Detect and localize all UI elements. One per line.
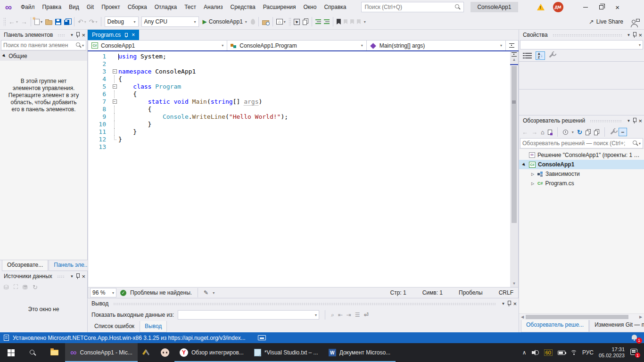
pending-changes-filter-icon[interactable] [563, 130, 568, 135]
bottom-tab-error-list[interactable]: Список ошибок [90, 321, 139, 332]
toolbox-group-general[interactable]: ▶ Общие [0, 50, 87, 61]
back-icon[interactable]: ← [522, 129, 528, 136]
taskbar-button-isaac[interactable] [156, 343, 174, 362]
menu-Средства[interactable]: Средства [227, 0, 259, 14]
line-ending-indicator[interactable]: CRLF [499, 289, 513, 296]
properties-wrench-icon[interactable] [549, 53, 554, 58]
bottom-tab-output[interactable]: Вывод [140, 321, 167, 332]
properties-header[interactable]: Свойства ▼ × [519, 30, 644, 40]
configuration-select[interactable]: Debug▾ [105, 16, 139, 27]
code-line[interactable]: 11 } [88, 128, 510, 136]
collapse-box-icon[interactable]: − [113, 99, 117, 104]
action-center-button[interactable]: 1 [630, 348, 639, 357]
toolbox-search-input[interactable] [3, 42, 76, 49]
window-menu-icon[interactable]: ▼ [70, 33, 74, 37]
scrollbar-thumb[interactable] [512, 66, 517, 223]
quick-search-box[interactable] [361, 2, 464, 12]
chevron-expanded-icon[interactable]: ▶ [521, 161, 527, 167]
editor-vertical-scrollbar[interactable]: ▲ ▼ [510, 51, 518, 287]
undo-button[interactable]: ↶▾ [76, 16, 88, 27]
window-menu-icon[interactable]: ▼ [501, 302, 505, 306]
hot-reload-button[interactable] [249, 16, 256, 27]
window-menu-icon[interactable]: ▼ [70, 274, 74, 279]
feedback-icon[interactable] [632, 20, 636, 24]
health-status-text[interactable]: Проблемы не найдены. [130, 289, 192, 296]
output-source-select[interactable]: ▾ [178, 310, 319, 320]
solution-search-box[interactable]: ▾ [520, 138, 643, 148]
code-editor[interactable]: 1using System;23−namespace ConsoleApp14{… [88, 51, 510, 287]
scroll-down-icon[interactable]: ▼ [512, 281, 516, 287]
right-tab-git-changes[interactable]: Изменения Git — п... [589, 320, 644, 332]
dependencies-row[interactable]: ▷Зависимости [519, 169, 644, 179]
next-message-icon[interactable]: ⇥ [347, 312, 351, 318]
right-tab-solution-explorer[interactable]: Обозреватель реше... [521, 320, 589, 332]
menu-Вид[interactable]: Вид [65, 0, 83, 14]
outline-margin[interactable] [111, 128, 118, 136]
nav-type-select[interactable]: ConsoleApp1.Program▾ [227, 41, 366, 50]
zoom-select[interactable]: 96 % ▾ [90, 288, 116, 297]
solution-search-input[interactable] [522, 140, 633, 147]
menu-Анализ[interactable]: Анализ [200, 0, 227, 14]
refresh-icon[interactable]: ↻ [577, 129, 582, 136]
add-data-source-icon[interactable]: ⛁ [4, 284, 9, 291]
edit-pen-icon[interactable]: ✎ [204, 289, 208, 296]
word-wrap-icon[interactable]: ⏎ [364, 312, 369, 318]
outline-margin[interactable] [111, 106, 118, 113]
redo-button[interactable]: ↷▾ [88, 16, 99, 27]
taskbar-button-visual-studio[interactable]: ∞ConsoleApp1 - Mic... [65, 343, 138, 362]
forward-icon[interactable]: → [531, 129, 537, 136]
output-header[interactable]: Вывод ▼ × [88, 298, 519, 309]
pin-icon[interactable] [75, 273, 80, 280]
navigate-forward-button[interactable]: → [19, 16, 29, 27]
taskbar-button-tools[interactable] [138, 343, 156, 362]
scroll-left-icon[interactable]: ◀ [519, 315, 526, 319]
find-in-files-button[interactable] [261, 16, 271, 27]
outline-margin[interactable] [111, 136, 118, 143]
properties-wrench-icon[interactable] [610, 130, 615, 134]
new-file-button[interactable]: ▾ [33, 16, 44, 27]
save-button[interactable] [54, 16, 63, 27]
taskbar-button-yandex-browser[interactable]: YОбзор интегриров... [174, 343, 249, 362]
live-share-button[interactable]: ↗ Live Share [589, 18, 623, 25]
refresh-icon[interactable]: ↻ [33, 284, 38, 291]
editor-split-button[interactable] [506, 41, 518, 50]
start-button[interactable] [0, 343, 22, 362]
project-row[interactable]: ▶C#ConsoleApp1 [519, 160, 644, 169]
menu-Файл[interactable]: Файл [17, 0, 39, 14]
code-line[interactable]: 1using System; [88, 53, 510, 60]
menu-Проект[interactable]: Проект [98, 0, 124, 14]
close-button[interactable]: × [610, 0, 626, 14]
user-avatar[interactable]: ДМ [553, 2, 563, 12]
code-line[interactable]: 5− class Program [88, 83, 510, 90]
left-tab-solution-explorer[interactable]: Обозревате... [2, 260, 48, 271]
menu-Правка[interactable]: Правка [39, 0, 66, 14]
next-bookmark-button[interactable] [349, 16, 355, 27]
solution-explorer-header[interactable]: Обозреватель решений ▼ × [519, 115, 644, 126]
code-line[interactable]: 6 { [88, 90, 510, 98]
outline-margin[interactable] [111, 113, 118, 121]
format-document-button[interactable] [314, 16, 322, 27]
toolbar-grip[interactable] [3, 17, 6, 26]
tray-chevron-icon[interactable]: ∧ [522, 349, 527, 356]
taskbar-button-notepad[interactable]: *Visual Studio.txt – ... [249, 343, 323, 362]
splitter-icon[interactable] [512, 51, 517, 58]
caret-column-indicator[interactable]: Симв: 1 [422, 289, 443, 296]
quick-search-input[interactable] [364, 4, 455, 10]
restore-button[interactable] [594, 0, 610, 14]
properties-object-select[interactable]: ▾ [520, 40, 643, 49]
taskbar-button-word[interactable]: WДокумент Microso... [323, 343, 396, 362]
code-line[interactable]: 10 } [88, 121, 510, 128]
collapse-all-icon[interactable] [586, 131, 589, 135]
menu-Сборка[interactable]: Сборка [124, 0, 151, 14]
start-debug-button[interactable]: ▶ConsoleApp1▾ [200, 16, 249, 27]
switch-views-icon[interactable] [548, 130, 552, 135]
navigate-back-button[interactable]: ←▾ [7, 16, 19, 27]
language-indicator[interactable]: РУС [582, 349, 594, 356]
categorized-icon[interactable] [525, 53, 532, 58]
outline-margin[interactable] [111, 143, 118, 151]
pin-icon[interactable] [124, 33, 128, 38]
code-line[interactable]: 3−namespace ConsoleApp1 [88, 68, 510, 75]
menu-Расширения[interactable]: Расширения [259, 0, 300, 14]
battery-percent[interactable]: 60 [544, 349, 553, 356]
outline-margin[interactable] [111, 90, 118, 98]
